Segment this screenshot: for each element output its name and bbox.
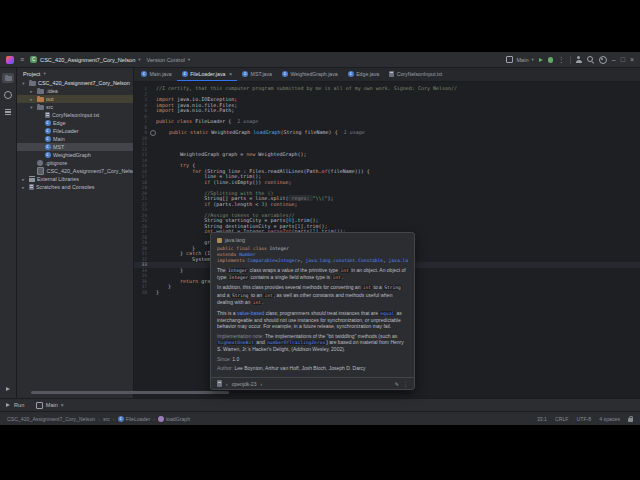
breadcrumb-item-loadgraph[interactable]: loadGraph: [158, 416, 190, 422]
doc-link[interactable]: numberOfTrailingZeros: [266, 340, 326, 345]
doc-text: .: [262, 299, 263, 305]
breadcrumb-item-src[interactable]: src: [103, 416, 110, 422]
search-icon[interactable]: [587, 56, 594, 63]
tree-item-scratches-and-consoles[interactable]: ▸Scratches and Consoles: [17, 183, 133, 191]
doc-link[interactable]: highestOneBit: [217, 340, 255, 345]
code-text: //I certify, that this computer program …: [156, 86, 457, 92]
run-tool-label[interactable]: Run: [14, 402, 24, 408]
documentation-popup: java.lang public final class Integerexte…: [210, 232, 415, 390]
structure-tool-button[interactable]: [2, 107, 14, 117]
code-text: WeightedGraph graph = new WeightedGraph(…: [156, 152, 307, 158]
token: extends: [217, 252, 239, 257]
close-icon[interactable]: ×: [229, 71, 232, 77]
tree-item-label: External Libraries: [37, 176, 79, 182]
tab-weightedgraph-java[interactable]: WeightedGraph.java: [277, 68, 343, 81]
breadcrumb-item-fileloader[interactable]: FileLoader: [118, 416, 151, 422]
minimize-button[interactable]: –: [612, 56, 616, 64]
class-icon: [45, 152, 51, 158]
run-button[interactable]: [539, 58, 543, 62]
tree-arrow-icon[interactable]: ▸: [21, 177, 26, 182]
tree-arrow-icon[interactable]: ▸: [29, 89, 34, 94]
divider: [570, 56, 571, 64]
tree-item-csc-420-assignment7-cory-nelson[interactable]: ▾CSC_420_Assignment7_Cory_NelsonC:\Users…: [17, 79, 133, 87]
run-tool-button[interactable]: [2, 384, 14, 394]
tree-item-csc-420-assignment7-cory-nelson-iml[interactable]: CSC_420_Assignment7_Cory_Nelson.iml: [17, 167, 133, 175]
more-actions-icon[interactable]: ⋮: [558, 56, 565, 64]
indent-config[interactable]: 4 spaces: [599, 416, 620, 422]
doc-link[interactable]: value-based: [237, 310, 264, 316]
tree-item-mst[interactable]: MST: [17, 143, 133, 151]
token: public final class: [217, 246, 270, 251]
tree-item-idea[interactable]: ▸.idea: [17, 87, 133, 95]
lib-icon: [29, 176, 35, 182]
source-icon: [217, 380, 222, 387]
tab-edge-java[interactable]: Edge.java: [343, 68, 385, 81]
tree-arrow-icon[interactable]: ▾: [29, 105, 34, 110]
project-selector[interactable]: C CSC_420_Assignment7_Cory_Nelson ▾: [30, 56, 140, 63]
tab-label: MST.java: [251, 71, 272, 77]
doc-text: class wraps a value of the primitive typ…: [248, 267, 339, 273]
gutter-usage-icon[interactable]: [150, 130, 156, 136]
breadcrumb-item-csc-420-assignment7-cory-nelson[interactable]: CSC_420_Assignment7_Cory_Nelson: [7, 416, 95, 422]
class-icon: [141, 71, 147, 77]
line-separator[interactable]: CRLF: [555, 416, 569, 422]
profile-icon[interactable]: [576, 56, 582, 63]
horizontal-scrollbar[interactable]: [31, 391, 229, 394]
code-text: public static WeightedGraph loadGraph(St…: [157, 130, 365, 136]
file-icon: [45, 112, 50, 119]
edit-icon[interactable]: ✎: [395, 381, 399, 387]
module-next[interactable]: ›: [260, 381, 262, 387]
module-prev[interactable]: ‹: [226, 381, 228, 387]
code-text: if (parts.length < 3) continue;: [156, 202, 298, 208]
doc-text: String: [231, 293, 250, 298]
run-icon: [6, 403, 10, 407]
run-configuration-selector[interactable]: Main ▾: [506, 56, 533, 63]
tree-item-gitignore[interactable]: .gitignore: [17, 159, 133, 167]
tree-arrow-icon[interactable]: ▸: [21, 185, 26, 190]
close-icon[interactable]: ×: [60, 402, 63, 408]
tab-fileloader-java[interactable]: FileLoader.java×: [177, 68, 237, 81]
tree-item-weightedgraph[interactable]: WeightedGraph: [17, 151, 133, 159]
tree-item-src[interactable]: ▾src: [17, 103, 133, 111]
file-encoding[interactable]: UTF-8: [577, 416, 592, 422]
settings-gear-icon[interactable]: [599, 56, 607, 64]
tab-corynelsoninput-txt[interactable]: CoryNelsonInput.txt: [384, 68, 447, 81]
token: implements: [217, 258, 247, 263]
token: //I certify, that this computer program …: [156, 85, 457, 91]
tree-item-edge[interactable]: Edge: [17, 119, 133, 127]
package-name: java.lang: [225, 237, 245, 243]
tree-arrow-icon[interactable]: ▸: [29, 97, 34, 102]
tree-item-out[interactable]: ▸out: [17, 95, 133, 103]
token[interactable]: java.lang.constant.ConstantDesc: [389, 258, 408, 263]
project-panel: Project ▾ ▾CSC_420_Assignment7_Cory_Nels…: [17, 68, 134, 398]
close-button[interactable]: ×: [630, 56, 634, 64]
token[interactable]: Comparable: [247, 258, 275, 263]
doc-text: The: [217, 267, 227, 273]
project-tool-button[interactable]: [2, 73, 14, 83]
screen: ≡ C CSC_420_Assignment7_Cory_Nelson ▾ Ve…: [0, 0, 640, 480]
commit-tool-button[interactable]: [2, 90, 14, 100]
run-icon: [6, 387, 10, 391]
tree-item-label: Edge: [53, 120, 66, 126]
debug-button[interactable]: [548, 57, 553, 63]
run-tab-main[interactable]: Main ×: [36, 402, 63, 409]
main-menu-icon[interactable]: ≡: [20, 56, 24, 64]
version-control-menu[interactable]: Version Control ▾: [147, 57, 191, 63]
class-icon: [45, 120, 51, 126]
token[interactable]: java.lang.constant.Constable: [306, 258, 383, 263]
token[interactable]: Number: [239, 252, 256, 257]
tab-mst-java[interactable]: MST.java: [237, 68, 277, 81]
caret-position[interactable]: 33:1: [537, 416, 547, 422]
readonly-lock-icon[interactable]: [628, 418, 633, 422]
more-icon[interactable]: ⋮: [403, 381, 408, 387]
maximize-button[interactable]: □: [621, 56, 625, 64]
project-panel-header[interactable]: Project ▾: [17, 68, 133, 79]
doc-link[interactable]: equal: [379, 311, 395, 316]
token[interactable]: Integer: [278, 258, 297, 263]
tab-main-java[interactable]: Main.java: [136, 68, 177, 81]
tree-item-main[interactable]: Main: [17, 135, 133, 143]
tree-arrow-icon[interactable]: ▾: [21, 81, 26, 86]
tree-item-corynelsoninput-txt[interactable]: CoryNelsonInput.txt: [17, 111, 133, 119]
tree-item-fileloader[interactable]: FileLoader: [17, 127, 133, 135]
tree-item-external-libraries[interactable]: ▸External Libraries: [17, 175, 133, 183]
